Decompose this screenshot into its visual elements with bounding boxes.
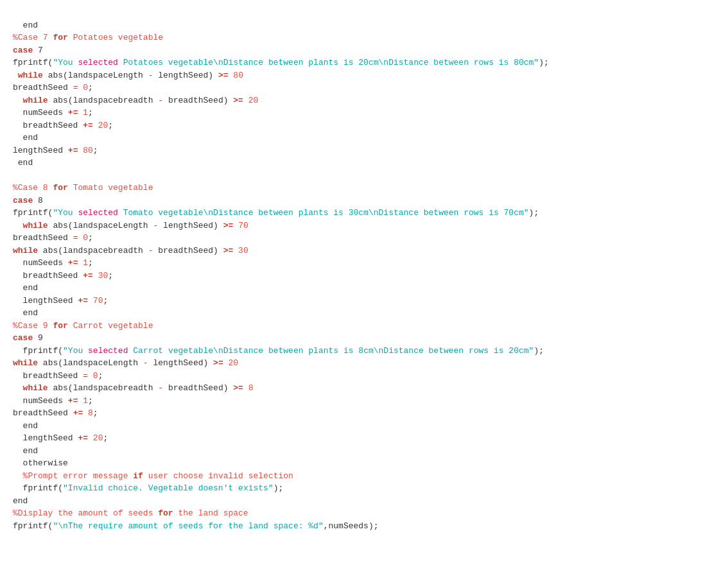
line-21: breadthSeed += 30; xyxy=(13,271,113,281)
line-15: case 8 xyxy=(13,196,43,205)
line-41: fprintf("\nThe require amount of seeds f… xyxy=(13,521,379,531)
line-19: while abs(landspacebreadth - breadthSeed… xyxy=(13,246,248,255)
line-37: %Prompt error message if user choose inv… xyxy=(13,471,293,481)
line-16: fprintf("You selected Tomato vegetable\n… xyxy=(13,208,539,218)
line-5: while abs(landspaceLength - lengthSeed) … xyxy=(13,71,243,80)
line-27: fprintf("You selected Carrot vegetable\n… xyxy=(13,346,544,356)
line-31: numSeeds += 1; xyxy=(13,396,93,406)
line-2: %Case 7 for Potatoes vegetable xyxy=(13,33,163,42)
line-17: while abs(landspaceLength - lengthSeed) … xyxy=(13,221,248,230)
line-26: case 9 xyxy=(13,333,43,343)
line-33: end xyxy=(13,421,38,431)
line-18: breadthSeed = 0; xyxy=(13,233,93,243)
line-35: end xyxy=(13,446,38,456)
line-4: fprintf("You selected Potatoes vegetable… xyxy=(13,58,549,67)
line-39: end xyxy=(13,496,28,506)
line-22: end xyxy=(13,283,38,293)
code-content: end %Case 7 for Potatoes vegetable case … xyxy=(13,6,699,557)
line-11: lengthSeed += 80; xyxy=(13,146,98,155)
line-1: end xyxy=(13,21,38,30)
line-7: while abs(landspacebreadth - breadthSeed… xyxy=(13,96,258,105)
line-29: breadthSeed = 0; xyxy=(13,371,103,381)
line-20: numSeeds += 1; xyxy=(13,258,93,268)
line-38: fprintf("Invalid choice. Vegetable doesn… xyxy=(13,483,283,493)
line-10: end xyxy=(13,133,38,143)
line-12: end xyxy=(13,158,33,168)
line-6: breadthSeed = 0; xyxy=(13,83,93,92)
line-9: breadthSeed += 20; xyxy=(13,121,113,130)
line-3: case 7 xyxy=(13,46,43,55)
line-23: lengthSeed += 70; xyxy=(13,296,108,306)
line-36: otherwise xyxy=(13,458,68,468)
line-8: numSeeds += 1; xyxy=(13,108,93,117)
line-40: %Display the amount of seeds for the lan… xyxy=(13,508,248,518)
line-25: %Case 9 for Carrot vegetable xyxy=(13,321,153,331)
line-28: while abs(landspaceLength - lengthSeed) … xyxy=(13,358,238,368)
line-32: breadthSeed += 8; xyxy=(13,408,98,418)
line-14: %Case 8 for Tomato vegetable xyxy=(13,183,153,193)
line-30: while abs(landspacebreadth - breadthSeed… xyxy=(13,383,254,393)
code-editor: end %Case 7 for Potatoes vegetable case … xyxy=(0,0,712,588)
line-34: lengthSeed += 20; xyxy=(13,433,108,443)
line-24: end xyxy=(13,308,38,318)
